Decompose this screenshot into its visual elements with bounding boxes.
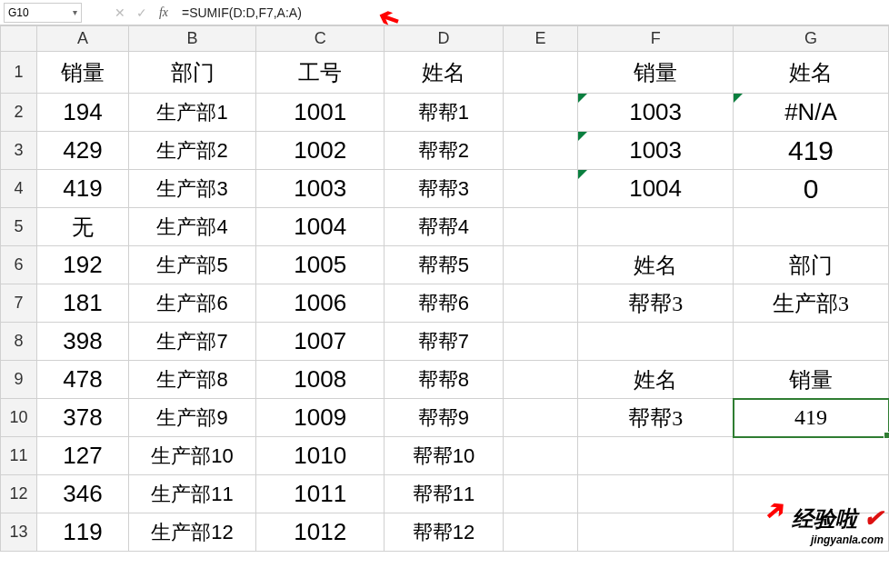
name-box[interactable]: G10 ▾: [4, 3, 82, 23]
col-header[interactable]: E: [503, 26, 577, 52]
row-header[interactable]: 1: [1, 52, 37, 94]
cell[interactable]: 帮帮8: [385, 361, 504, 399]
cell[interactable]: 帮帮9: [385, 399, 504, 437]
cell[interactable]: [578, 323, 734, 361]
cell[interactable]: 帮帮7: [385, 323, 504, 361]
row-header[interactable]: 6: [1, 246, 37, 284]
cell[interactable]: 生产部2: [128, 132, 256, 170]
cell[interactable]: 1004: [578, 170, 734, 208]
row-header[interactable]: 7: [1, 284, 37, 323]
cell[interactable]: [578, 513, 734, 552]
cell[interactable]: 1006: [256, 284, 385, 323]
cell[interactable]: 帮帮12: [385, 513, 504, 552]
cell[interactable]: 生产部6: [128, 284, 256, 323]
cell[interactable]: #N/A: [734, 94, 889, 132]
cell[interactable]: [503, 208, 577, 246]
row-header[interactable]: 12: [1, 475, 37, 513]
row-header[interactable]: 2: [1, 94, 37, 132]
cell[interactable]: 1010: [256, 437, 385, 475]
cell[interactable]: 419: [734, 132, 889, 170]
col-header[interactable]: A: [37, 26, 129, 52]
cell[interactable]: 姓名: [578, 361, 734, 399]
cell[interactable]: 帮帮3: [578, 399, 734, 437]
cell[interactable]: 419: [37, 170, 129, 208]
cell[interactable]: 192: [37, 246, 129, 284]
cell[interactable]: 生产部3: [734, 284, 889, 323]
formula-input[interactable]: =SUMIF(D:D,F7,A:A): [182, 5, 302, 20]
cell[interactable]: [503, 361, 577, 399]
cell[interactable]: 帮帮4: [385, 208, 504, 246]
select-all-corner[interactable]: [1, 26, 37, 52]
cell[interactable]: 181: [37, 284, 129, 323]
cell[interactable]: 生产部8: [128, 361, 256, 399]
cell[interactable]: 127: [37, 437, 129, 475]
cell[interactable]: 1009: [256, 399, 385, 437]
cell[interactable]: [503, 52, 577, 94]
cell[interactable]: [503, 399, 577, 437]
cell[interactable]: 工号: [256, 52, 385, 94]
row-header[interactable]: 11: [1, 437, 37, 475]
cell[interactable]: 生产部3: [128, 170, 256, 208]
cell[interactable]: [503, 246, 577, 284]
cancel-icon[interactable]: ✕: [109, 5, 131, 20]
col-header[interactable]: C: [256, 26, 385, 52]
cell[interactable]: 姓名: [578, 246, 734, 284]
row-header[interactable]: 10: [1, 399, 37, 437]
cell[interactable]: 1007: [256, 323, 385, 361]
cell[interactable]: 生产部7: [128, 323, 256, 361]
cell[interactable]: 帮帮11: [385, 475, 504, 513]
cell[interactable]: 帮帮6: [385, 284, 504, 323]
cell[interactable]: 帮帮5: [385, 246, 504, 284]
cell[interactable]: [503, 132, 577, 170]
cell[interactable]: 生产部4: [128, 208, 256, 246]
col-header[interactable]: G: [734, 26, 889, 52]
cell[interactable]: [503, 284, 577, 323]
cell[interactable]: [503, 513, 577, 552]
cell[interactable]: 119: [37, 513, 129, 552]
row-header[interactable]: 4: [1, 170, 37, 208]
cell[interactable]: 346: [37, 475, 129, 513]
grid[interactable]: A B C D E F G 1销量部门工号姓名销量姓名2194生产部11001帮…: [0, 25, 889, 552]
cell[interactable]: 生产部12: [128, 513, 256, 552]
cell[interactable]: 1008: [256, 361, 385, 399]
cell[interactable]: [503, 94, 577, 132]
cell[interactable]: 生产部5: [128, 246, 256, 284]
cell[interactable]: 帮帮1: [385, 94, 504, 132]
cell[interactable]: 1003: [256, 170, 385, 208]
row-header[interactable]: 13: [1, 513, 37, 552]
cell[interactable]: 帮帮2: [385, 132, 504, 170]
cell[interactable]: [503, 475, 577, 513]
cell[interactable]: [503, 323, 577, 361]
col-header[interactable]: F: [578, 26, 734, 52]
cell[interactable]: 姓名: [734, 52, 889, 94]
cell[interactable]: 419: [734, 399, 889, 437]
cell[interactable]: [734, 323, 889, 361]
cell[interactable]: [578, 208, 734, 246]
cell[interactable]: 生产部11: [128, 475, 256, 513]
row-header[interactable]: 3: [1, 132, 37, 170]
cell[interactable]: 销量: [578, 52, 734, 94]
cell[interactable]: 1003: [578, 132, 734, 170]
cell[interactable]: 478: [37, 361, 129, 399]
row-header[interactable]: 9: [1, 361, 37, 399]
cell[interactable]: [503, 437, 577, 475]
cell[interactable]: [734, 437, 889, 475]
cell[interactable]: 1011: [256, 475, 385, 513]
cell[interactable]: [734, 475, 889, 513]
cell[interactable]: 1005: [256, 246, 385, 284]
row-header[interactable]: 8: [1, 323, 37, 361]
fx-icon[interactable]: fx: [153, 5, 175, 20]
cell[interactable]: 429: [37, 132, 129, 170]
col-header[interactable]: D: [385, 26, 504, 52]
row-header[interactable]: 5: [1, 208, 37, 246]
cell[interactable]: 1003: [578, 94, 734, 132]
cell[interactable]: 生产部1: [128, 94, 256, 132]
cell[interactable]: [734, 513, 889, 552]
cell[interactable]: 姓名: [385, 52, 504, 94]
cell[interactable]: 398: [37, 323, 129, 361]
cell[interactable]: 194: [37, 94, 129, 132]
cell[interactable]: 部门: [734, 246, 889, 284]
cell[interactable]: 1012: [256, 513, 385, 552]
cell[interactable]: [578, 437, 734, 475]
cell[interactable]: 销量: [37, 52, 129, 94]
